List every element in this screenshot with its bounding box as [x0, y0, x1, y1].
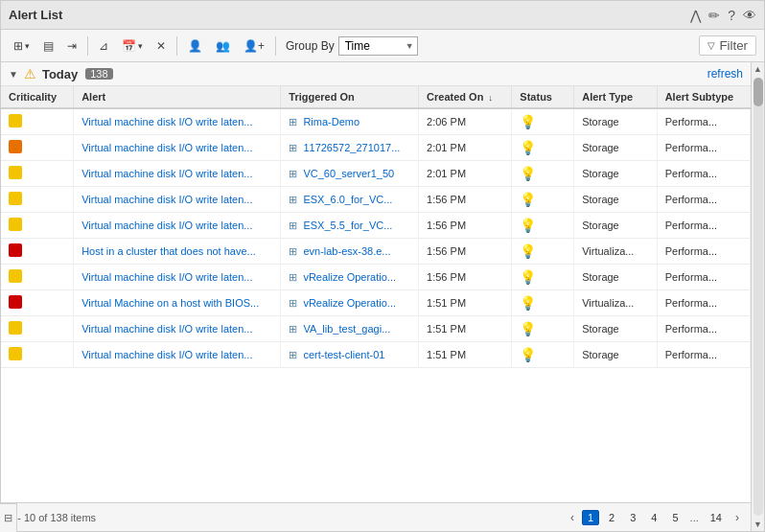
refresh-link[interactable]: refresh: [707, 67, 743, 81]
status-cell: 💡: [512, 161, 574, 187]
page-14-button[interactable]: 14: [705, 510, 728, 525]
alert-type-value: Storage: [582, 323, 619, 335]
triggered-cell: ⊞ vRealize Operatio...: [281, 265, 419, 290]
scroll-down-button[interactable]: ▼: [752, 518, 764, 531]
triggered-on-link[interactable]: vRealize Operatio...: [303, 271, 396, 283]
triggered-vm-icon: ⊞: [289, 323, 297, 335]
status-cell: 💡: [512, 108, 574, 135]
triggered-on-link[interactable]: VC_60_server1_50: [303, 168, 394, 179]
prev-page-button[interactable]: ‹: [567, 510, 578, 525]
created-on-cell: 2:06 PM: [419, 108, 512, 135]
alert-subtype-value: Performa...: [665, 168, 717, 179]
triggered-on-link[interactable]: ESX_5.5_for_VC...: [303, 220, 392, 231]
triggered-on-link[interactable]: cert-test-client-01: [303, 349, 384, 360]
triggered-on-link[interactable]: VA_lib_test_gagi...: [303, 323, 390, 335]
alert-link[interactable]: Virtual machine disk I/O write laten...: [81, 116, 252, 127]
alert-type-cell: Virtualiza...: [574, 290, 657, 316]
page-5-button[interactable]: 5: [666, 510, 684, 525]
triggered-on-link[interactable]: 11726572_271017...: [303, 142, 400, 153]
table-row: Virtual Machine on a host with BIOS... ⊞…: [1, 290, 751, 316]
close-icon[interactable]: 👁: [743, 8, 756, 23]
alert-link[interactable]: Virtual machine disk I/O write laten...: [81, 220, 252, 231]
vertical-scrollbar: ▲ ▼: [751, 62, 764, 531]
col-header-alert[interactable]: Alert: [74, 86, 281, 108]
alert-link[interactable]: Virtual machine disk I/O write laten...: [81, 142, 252, 153]
alert-link[interactable]: Virtual machine disk I/O write laten...: [81, 168, 252, 179]
alert-link[interactable]: Host in a cluster that does not have...: [81, 245, 256, 257]
created-on-value: 2:06 PM: [427, 116, 466, 127]
col-header-alert-type[interactable]: Alert Type: [574, 86, 657, 108]
alert-cell: Virtual machine disk I/O write laten...: [74, 187, 281, 213]
triggered-on-link[interactable]: ESX_6.0_for_VC...: [303, 194, 392, 205]
col-alert-type-label: Alert Type: [582, 91, 633, 103]
alert-type-value: Storage: [582, 271, 619, 283]
page-4-button[interactable]: 4: [645, 510, 662, 525]
alert-type-value: Virtualiza...: [582, 297, 634, 309]
alert-subtype-cell: Performa...: [657, 316, 750, 342]
criticality-cell: [1, 342, 74, 368]
alert-subtype-cell: Performa...: [657, 265, 750, 290]
criticality-cell: [1, 290, 74, 316]
scroll-thumb[interactable]: [753, 78, 763, 106]
user1-button[interactable]: 👤: [183, 36, 207, 56]
alert-cell: Host in a cluster that does not have...: [74, 239, 281, 265]
page-3-button[interactable]: 3: [624, 510, 641, 525]
left-panel-toggle[interactable]: ⊟: [0, 503, 17, 532]
view-toggle-button[interactable]: ⊞ ▾: [9, 36, 35, 56]
alert-link[interactable]: Virtual machine disk I/O write laten...: [81, 271, 252, 283]
next-page-button[interactable]: ›: [731, 510, 743, 525]
group-by-select-wrapper[interactable]: Time Criticality Alert Type Status: [338, 36, 418, 56]
col-header-triggered[interactable]: Triggered On: [281, 86, 419, 108]
col-header-created[interactable]: Created On ↓: [419, 86, 512, 108]
panel-toggle-icon[interactable]: ⊟: [4, 512, 12, 524]
criticality-cell: [1, 239, 74, 265]
triggered-cell: ⊞ VA_lib_test_gagi...: [281, 316, 419, 342]
collapse-icon[interactable]: ⋀: [690, 8, 701, 23]
pagination-footer: 1 - 10 of 138 items ‹ 1 2 3 4 5 ... 14 ›: [1, 502, 751, 531]
created-on-cell: 1:56 PM: [419, 239, 512, 265]
triggered-on-link[interactable]: Rima-Demo: [303, 116, 359, 127]
triggered-on-link[interactable]: vRealize Operatio...: [303, 297, 396, 309]
help-icon[interactable]: ?: [728, 8, 735, 23]
col-header-criticality[interactable]: Criticality: [1, 86, 74, 108]
col-header-alert-subtype[interactable]: Alert Subtype: [657, 86, 750, 108]
user3-button[interactable]: 👤+: [239, 36, 269, 56]
criticality-cell: [1, 161, 74, 187]
triggered-vm-icon: ⊞: [289, 116, 297, 127]
alert-subtype-value: Performa...: [665, 194, 717, 205]
alert-link[interactable]: Virtual machine disk I/O write laten...: [81, 194, 252, 205]
col-header-status[interactable]: Status: [512, 86, 574, 108]
clear-button[interactable]: ✕: [151, 36, 171, 56]
table-body: Virtual machine disk I/O write laten... …: [1, 108, 751, 368]
created-on-value: 1:56 PM: [427, 194, 466, 205]
separator-1: [87, 36, 88, 56]
group-by-select[interactable]: Time Criticality Alert Type Status: [338, 36, 418, 56]
edit-icon[interactable]: ✏: [708, 8, 720, 23]
scroll-track[interactable]: [753, 78, 763, 516]
date-button[interactable]: 📅 ▾: [117, 36, 148, 56]
created-on-cell: 1:56 PM: [419, 187, 512, 213]
triggered-on-link[interactable]: evn-lab-esx-38.e...: [303, 245, 390, 257]
export-button[interactable]: ⇥: [62, 36, 81, 56]
alert-link[interactable]: Virtual machine disk I/O write laten...: [81, 323, 252, 335]
criticality-indicator: [9, 243, 22, 257]
user2-button[interactable]: 👥: [211, 36, 235, 56]
filter-button[interactable]: ▽ Filter: [699, 35, 756, 56]
alert-subtype-cell: Performa...: [657, 161, 750, 187]
table-row: Virtual machine disk I/O write laten... …: [1, 187, 751, 213]
columns-button[interactable]: ▤: [38, 36, 58, 56]
alert-link[interactable]: Virtual machine disk I/O write laten...: [81, 349, 252, 360]
page-2-button[interactable]: 2: [603, 510, 620, 525]
alert-cell: Virtual machine disk I/O write laten...: [74, 161, 281, 187]
scroll-up-button[interactable]: ▲: [752, 62, 764, 76]
filter-toggle-button[interactable]: ⊿: [94, 36, 113, 56]
page-1-button[interactable]: 1: [582, 510, 599, 525]
group-toggle[interactable]: ▼: [9, 69, 18, 80]
group-count-badge: 138: [85, 68, 112, 80]
alert-type-value: Storage: [582, 116, 619, 127]
created-on-value: 1:56 PM: [427, 245, 466, 257]
clear-icon: ✕: [156, 39, 166, 53]
alert-link[interactable]: Virtual Machine on a host with BIOS...: [81, 297, 259, 309]
group-by-label: Group By: [286, 39, 335, 53]
title-bar-actions: ⋀ ✏ ? 👁: [690, 8, 756, 23]
